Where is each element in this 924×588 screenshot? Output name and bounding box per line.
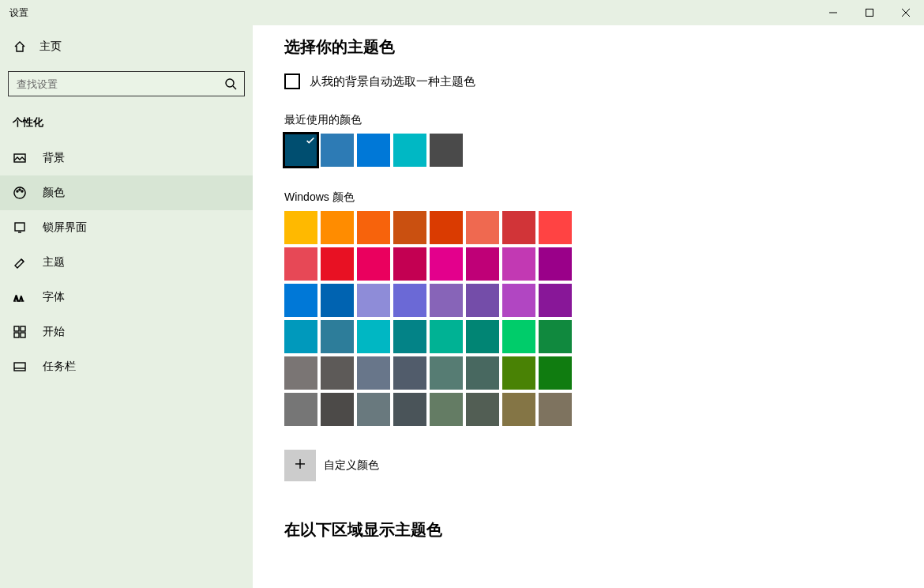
sidebar-item-lockscreen[interactable]: 锁屏界面 — [0, 210, 253, 245]
window-title: 设置 — [9, 6, 28, 20]
auto-pick-row[interactable]: 从我的背景自动选取一种主题色 — [284, 74, 892, 89]
color-swatch[interactable] — [321, 247, 354, 281]
color-swatch[interactable] — [430, 393, 463, 426]
svg-rect-10 — [15, 223, 24, 231]
svg-point-9 — [21, 190, 23, 192]
color-swatch[interactable] — [466, 320, 499, 353]
color-swatch[interactable] — [539, 320, 572, 353]
sidebar-item-background[interactable]: 背景 — [0, 141, 253, 175]
home-link[interactable]: 主页 — [0, 25, 253, 60]
minimize-button[interactable] — [815, 0, 851, 25]
sidebar-item-start[interactable]: 开始 — [0, 315, 253, 349]
sidebar-item-label: 锁屏界面 — [43, 220, 87, 235]
color-swatch[interactable] — [284, 393, 317, 426]
color-swatch[interactable] — [539, 211, 572, 244]
color-swatch[interactable] — [284, 284, 317, 317]
color-swatch[interactable] — [321, 284, 354, 317]
fonts-icon: AA — [13, 291, 27, 303]
sidebar-item-fonts[interactable]: AA字体 — [0, 280, 253, 315]
sidebar: 主页 个性化 背景颜色锁屏界面主题AA字体开始任务栏 — [0, 25, 253, 588]
color-swatch[interactable] — [284, 320, 317, 353]
plus-icon — [294, 458, 306, 473]
svg-rect-16 — [21, 326, 25, 331]
check-icon — [305, 135, 316, 149]
recent-colors-row — [284, 134, 892, 167]
svg-point-8 — [19, 189, 21, 190]
sidebar-item-themes[interactable]: 主题 — [0, 245, 253, 280]
home-label: 主页 — [39, 40, 62, 54]
color-swatch[interactable] — [502, 356, 535, 390]
color-swatch[interactable] — [466, 393, 499, 426]
color-swatch[interactable] — [393, 284, 426, 317]
color-swatch[interactable] — [357, 247, 390, 281]
color-swatch[interactable] — [393, 393, 426, 426]
svg-text:A: A — [19, 296, 24, 303]
recent-color-swatch[interactable] — [357, 134, 390, 167]
color-swatch[interactable] — [321, 320, 354, 353]
sidebar-item-label: 颜色 — [43, 186, 65, 200]
start-icon — [13, 326, 27, 338]
svg-point-4 — [226, 79, 234, 87]
color-swatch[interactable] — [430, 247, 463, 281]
lockscreen-icon — [13, 221, 27, 234]
color-swatch[interactable] — [284, 211, 317, 244]
color-swatch[interactable] — [430, 320, 463, 353]
color-swatch[interactable] — [502, 393, 535, 426]
color-swatch[interactable] — [502, 211, 535, 244]
color-swatch[interactable] — [430, 356, 463, 390]
color-swatch[interactable] — [321, 211, 354, 244]
color-swatch[interactable] — [502, 284, 535, 317]
color-swatch[interactable] — [357, 284, 390, 317]
color-swatch[interactable] — [284, 247, 317, 281]
color-swatch[interactable] — [539, 393, 572, 426]
windows-colors-palette — [284, 211, 892, 426]
auto-pick-checkbox[interactable] — [284, 74, 300, 89]
color-swatch[interactable] — [321, 393, 354, 426]
color-swatch[interactable] — [357, 356, 390, 390]
color-swatch[interactable] — [466, 247, 499, 281]
recent-color-swatch[interactable] — [321, 134, 354, 167]
svg-line-12 — [21, 259, 24, 262]
content-pane[interactable]: 颜色 选择你的主题色 从我的背景自动选取一种主题色 最近使用的颜色 Window… — [253, 25, 924, 588]
maximize-button[interactable] — [851, 0, 888, 25]
color-swatch[interactable] — [357, 393, 390, 426]
color-swatch[interactable] — [539, 247, 572, 281]
close-button[interactable] — [888, 0, 924, 25]
recent-color-swatch[interactable] — [430, 134, 463, 167]
color-swatch[interactable] — [393, 211, 426, 244]
color-swatch[interactable] — [466, 211, 499, 244]
background-icon — [13, 152, 27, 164]
color-swatch[interactable] — [284, 356, 317, 390]
color-swatch[interactable] — [502, 320, 535, 353]
svg-rect-15 — [14, 326, 19, 331]
search-icon — [224, 77, 237, 93]
svg-point-7 — [17, 190, 18, 192]
color-swatch[interactable] — [539, 356, 572, 390]
color-swatch[interactable] — [357, 211, 390, 244]
color-swatch[interactable] — [502, 247, 535, 281]
sidebar-item-label: 背景 — [43, 151, 65, 165]
custom-color-button[interactable] — [284, 450, 316, 481]
svg-rect-19 — [14, 363, 25, 371]
color-swatch[interactable] — [430, 284, 463, 317]
color-swatch[interactable] — [321, 356, 354, 390]
color-swatch[interactable] — [393, 356, 426, 390]
sidebar-item-colors[interactable]: 颜色 — [0, 175, 253, 210]
color-swatch[interactable] — [393, 247, 426, 281]
color-swatch[interactable] — [466, 284, 499, 317]
color-swatch[interactable] — [430, 211, 463, 244]
color-swatch[interactable] — [466, 356, 499, 390]
sidebar-item-label: 主题 — [43, 255, 65, 270]
choose-accent-heading: 选择你的主题色 — [284, 36, 892, 58]
svg-rect-17 — [14, 333, 19, 337]
search-input[interactable] — [8, 71, 245, 96]
svg-rect-18 — [21, 333, 25, 337]
recent-color-swatch[interactable] — [393, 134, 426, 167]
sidebar-item-taskbar[interactable]: 任务栏 — [0, 349, 253, 384]
recent-color-swatch[interactable] — [284, 134, 317, 167]
svg-rect-1 — [866, 9, 873, 17]
themes-icon — [13, 256, 27, 269]
color-swatch[interactable] — [393, 320, 426, 353]
color-swatch[interactable] — [357, 320, 390, 353]
color-swatch[interactable] — [539, 284, 572, 317]
